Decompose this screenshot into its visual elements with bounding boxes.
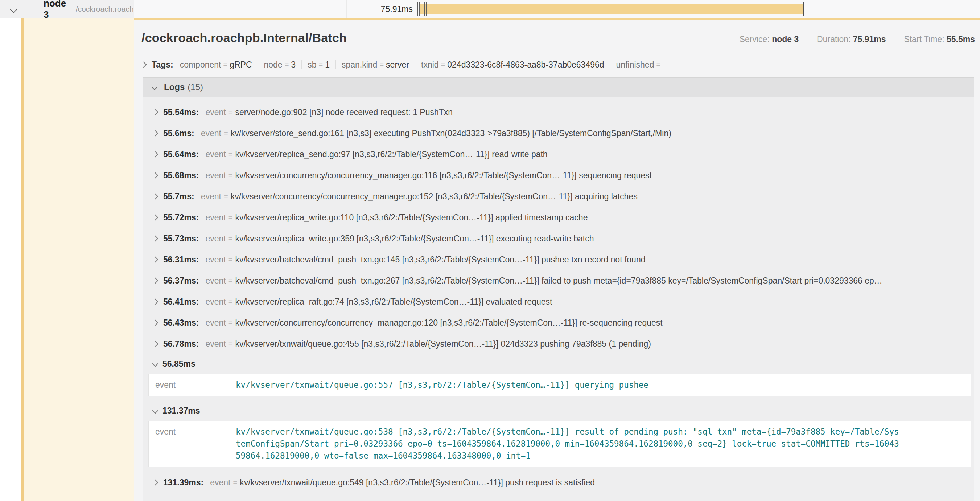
start-time-value: 55.5ms [947,35,975,44]
log-field-key: event [155,426,236,437]
log-equals: = [229,150,233,159]
chevron-right-icon[interactable] [152,341,159,347]
span-timeline-bar[interactable] [419,4,804,14]
log-row[interactable]: 55.73ms: event = kv/kvserver/replica_wri… [143,228,974,249]
log-row[interactable]: 55.7ms: event = kv/kvserver/concurrency/… [143,186,974,207]
tag-key: component [180,60,221,70]
chevron-down-icon[interactable] [152,408,159,414]
chevron-down-icon[interactable] [152,361,159,367]
chevron-right-icon[interactable] [152,236,159,242]
chevron-right-icon[interactable] [152,278,159,284]
log-row[interactable]: 55.64ms: event = kv/kvserver/replica_sen… [143,144,974,165]
column-resizer[interactable] [200,0,201,18]
log-message: kv/kvserver/concurrency/concurrency_mana… [231,192,963,201]
tag-separator [610,60,611,69]
duration-label: Duration: [817,35,851,44]
logs-footer-note: Log timestamps are relative to the start… [143,493,974,501]
span-accent-bar [21,18,24,501]
tag-key: node [264,60,283,70]
operation-name: /cockroach.roach… [76,5,134,13]
tag-separator [415,60,415,69]
log-equals: = [229,108,233,116]
log-row[interactable]: 55.72ms: event = kv/kvserver/replica_wri… [143,207,974,228]
log-timestamp: 55.54ms: [163,107,199,117]
log-row[interactable]: 55.6ms: event = kv/kvserver/store_send.g… [143,123,974,144]
tag-value: 3 [291,60,296,70]
logs-header[interactable]: Logs (15) [143,77,974,97]
log-row[interactable]: 56.37ms: event = kv/kvserver/batcheval/c… [143,270,974,291]
log-message: kv/kvserver/replica_send.go:97 [n3,s3,r6… [235,150,963,160]
tag-item[interactable]: component=gRPC [180,60,252,70]
log-row[interactable]: 55.68ms: event = kv/kvserver/concurrency… [143,165,974,186]
log-field-value: kv/kvserver/txnwait/queue.go:557 [n3,s3,… [236,379,962,391]
tags-row[interactable]: Tags: component=gRPC node=3 sb=1 span.ki… [142,59,975,71]
span-name-cell[interactable]: node 3 /cockroach.roach… [0,0,134,18]
log-equals: = [229,277,233,285]
log-row[interactable]: 131.39ms: event = kv/kvserver/txnwait/qu… [143,472,974,493]
log-row[interactable]: 131.37ms [143,401,974,420]
chevron-right-icon[interactable] [152,257,159,263]
log-message: kv/kvserver/batcheval/cmd_push_txn.go:26… [235,276,963,286]
start-time-label: Start Time: [904,35,944,44]
log-timestamp: 131.39ms: [163,478,204,488]
tag-item[interactable]: node=3 [264,60,296,70]
log-field-key: event [205,107,226,117]
logs-title: Logs [164,82,185,92]
chevron-down-icon[interactable] [10,5,18,13]
log-timestamp: 56.78ms: [163,339,199,349]
chevron-right-icon[interactable] [152,109,159,115]
chevron-right-icon[interactable] [152,480,159,486]
tag-equals: = [285,61,289,69]
log-field-key: event [205,171,226,180]
log-field-key: event [205,150,226,160]
log-message: kv/kvserver/txnwait/queue.go:455 [n3,s3,… [235,339,963,349]
service-value: node 3 [772,35,799,44]
chevron-right-icon[interactable] [152,215,159,221]
tag-item[interactable]: unfinished= [616,60,663,70]
log-timestamp: 55.72ms: [163,213,199,223]
log-timestamp: 131.37ms [162,406,200,416]
tag-separator [301,60,302,69]
chevron-right-icon[interactable] [152,193,159,199]
tag-separator [336,60,336,69]
log-row[interactable]: 56.78ms: event = kv/kvserver/txnwait/que… [143,333,974,354]
chevron-down-icon[interactable] [152,84,158,90]
log-row[interactable]: 56.85ms [143,354,974,373]
log-field-key: event [205,318,226,328]
duration-value: 75.91ms [853,35,886,44]
log-equals: = [229,171,233,180]
log-field-key: event [155,379,236,390]
span-row[interactable]: node 3 /cockroach.roach… 75.91ms [0,0,980,18]
tag-item[interactable]: sb=1 [307,60,330,70]
log-equals: = [233,479,237,487]
log-field-key: event [201,192,221,201]
chevron-right-icon[interactable] [141,62,147,68]
trace-detail-view: node 3 /cockroach.roach… 75.91ms /cockro… [0,0,980,501]
log-equals: = [224,129,228,137]
tag-key: txnid [421,60,439,70]
tags-label: Tags: [152,60,173,70]
log-row[interactable]: 56.31ms: event = kv/kvserver/batcheval/c… [143,249,974,270]
tag-equals: = [318,61,323,69]
chevron-right-icon[interactable] [152,320,159,326]
log-field-value: kv/kvserver/txnwait/queue.go:538 [n3,s3,… [236,426,962,462]
log-timestamp: 56.43ms: [163,318,199,328]
log-row[interactable]: 56.43ms: event = kv/kvserver/concurrency… [143,312,974,333]
tag-item[interactable]: txnid=024d3323-6c8f-4863-aa8b-37ab0e6349… [421,60,604,70]
log-row[interactable]: 55.54ms: event = server/node.go:902 [n3]… [143,102,974,123]
log-message: kv/kvserver/replica_write.go:110 [n3,s3,… [235,213,963,223]
tag-equals: = [656,61,660,69]
chevron-right-icon[interactable] [152,299,159,305]
service-label: Service: [740,35,770,44]
chevron-right-icon[interactable] [152,172,159,179]
tag-item[interactable]: span.kind=server [342,60,409,70]
log-message: kv/kvserver/replica_raft.go:74 [n3,s3,r6… [235,297,963,307]
log-row[interactable]: 56.41ms: event = kv/kvserver/replica_raf… [143,291,974,312]
tag-equals: = [379,61,384,69]
chevron-right-icon[interactable] [152,130,159,137]
log-message: kv/kvserver/batcheval/cmd_push_txn.go:14… [235,255,963,265]
selected-span-row-background [24,18,135,501]
chevron-right-icon[interactable] [152,152,159,158]
log-message: kv/kvserver/concurrency/concurrency_mana… [235,318,963,328]
span-detail-header: /cockroach.roachpb.Internal/Batch Servic… [142,31,975,45]
